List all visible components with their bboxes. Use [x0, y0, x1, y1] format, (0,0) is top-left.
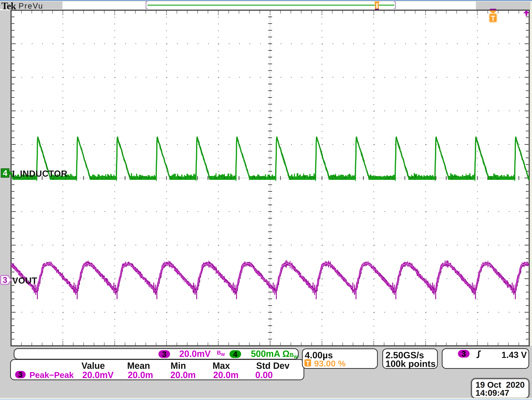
- svg-text:3: 3: [3, 275, 7, 285]
- svg-text:4: 4: [3, 168, 7, 178]
- svg-text:T: T: [491, 14, 495, 22]
